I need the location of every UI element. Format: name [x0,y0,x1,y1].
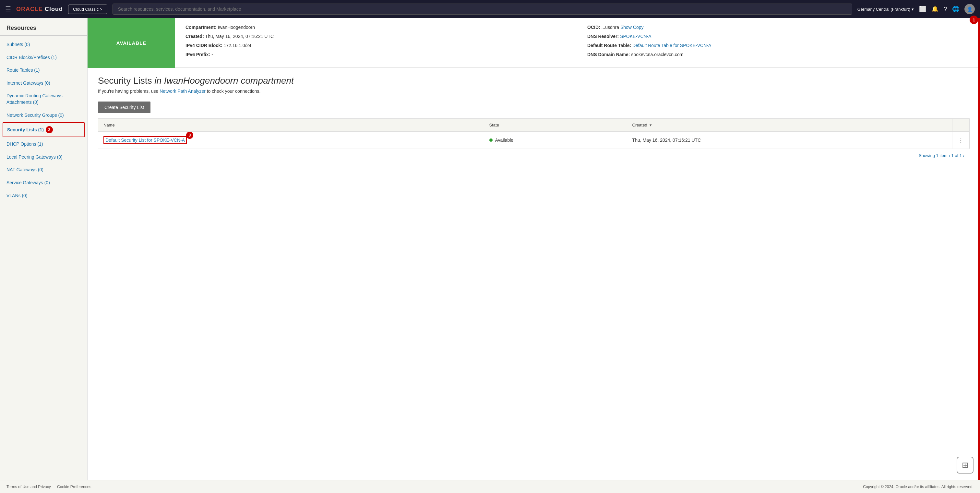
oracle-logo: ORACLE Cloud [16,6,63,13]
display-icon[interactable]: ⬜ [919,5,926,13]
top-navigation: ☰ ORACLE Cloud Cloud Classic > Germany C… [0,0,980,18]
name-badge: 3 [186,132,193,139]
table-header-row: Name State Created ▾ [98,119,970,132]
cloud-classic-button[interactable]: Cloud Classic > [68,5,107,14]
name-cell: Default Security List for SPOKE-VCN-A 3 [98,132,484,149]
section-subtext: If you're having problems, use Network P… [98,89,970,94]
content-area: AVAILABLE Compartment: IwanHoogendoorn C… [88,18,980,480]
globe-icon[interactable]: 🌐 [952,5,959,13]
name-link-wrapper: Default Security List for SPOKE-VCN-A 3 [103,136,187,144]
sidebar-item-local-peering[interactable]: Local Peering Gateways (0) [0,151,87,164]
scroll-indicator-bar [978,18,980,480]
sidebar-item-security-lists[interactable]: Security Lists (1) 2 [3,123,84,137]
col-state: State [484,119,627,132]
created-cell: Thu, May 16, 2024, 07:16:21 UTC [627,132,952,149]
col-name: Name [98,119,484,132]
region-selector[interactable]: Germany Central (Frankfurt) ▾ [858,7,914,12]
terms-link[interactable]: Terms of Use and Privacy [6,485,51,489]
sidebar-item-drg-attachments[interactable]: Dynamic Routing Gateways Attachments (0) [0,89,87,109]
chevron-down-icon: ▾ [912,7,914,12]
sidebar-item-route-tables[interactable]: Route Tables (1) [0,64,87,77]
sidebar-badge: 2 [46,126,53,133]
section-title: Security Lists in IwanHoogendoorn compar… [98,76,970,86]
pagination-row: Showing 1 item ‹ 1 of 1 › [98,149,970,162]
pagination-prev[interactable]: ‹ [949,153,951,158]
compartment-row: Compartment: IwanHoogendoorn [186,25,568,30]
row-actions-menu[interactable]: ⋮ [958,137,964,144]
user-avatar[interactable]: 👤 [964,4,975,14]
created-row: Created: Thu, May 16, 2024, 07:16:21 UTC [186,34,568,39]
help-icon[interactable]: ? [944,6,947,13]
default-route-row: Default Route Table: Default Route Table… [587,43,970,48]
col-actions [953,119,970,132]
footer: Terms of Use and Privacy Cookie Preferen… [0,480,980,493]
actions-cell: ⋮ [953,132,970,149]
default-route-link[interactable]: Default Route Table for SPOKE-VCN-A [632,43,711,48]
available-banner: AVAILABLE [88,18,175,68]
sidebar-title: Resources [0,25,87,36]
sidebar-item-security-lists-wrapper: Security Lists (1) 2 [3,122,84,137]
table-area: Create Security List Name State Created … [88,96,980,172]
available-dot [489,138,493,142]
sidebar: Resources Subnets (0) CIDR Blocks/Prefix… [0,18,88,480]
sidebar-item-internet-gateways[interactable]: Internet Gateways (0) [0,77,87,90]
help-widget-icon: ⊞ [962,461,968,470]
sort-icon[interactable]: ▾ [649,122,652,127]
security-lists-table: Name State Created ▾ Default Security [98,118,970,149]
dns-resolver-row: DNS Resolver: SPOKE-VCN-A [587,34,970,39]
sidebar-item-vlans[interactable]: VLANs (0) [0,189,87,202]
dns-resolver-link[interactable]: SPOKE-VCN-A [620,34,651,39]
sidebar-item-security-lists-label: Security Lists (1) [7,127,44,132]
footer-copyright: Copyright © 2024, Oracle and/or its affi… [863,485,974,489]
section-heading: Security Lists in IwanHoogendoorn compar… [88,68,980,96]
nav-right: Germany Central (Frankfurt) ▾ ⬜ 🔔 ? 🌐 👤 [858,4,975,14]
ipv6-row: IPv6 Prefix: - [186,52,568,57]
state-available: Available [489,138,622,143]
footer-left: Terms of Use and Privacy Cookie Preferen… [6,485,96,489]
sidebar-item-nsg[interactable]: Network Security Groups (0) [0,109,87,122]
pagination-next[interactable]: › [963,153,964,158]
security-list-link[interactable]: Default Security List for SPOKE-VCN-A [103,136,187,144]
info-left: Compartment: IwanHoogendoorn Created: Th… [186,25,568,61]
sidebar-item-subnets[interactable]: Subnets (0) [0,38,87,51]
sidebar-item-dhcp[interactable]: DHCP Options (1) [0,138,87,151]
sidebar-item-cidr[interactable]: CIDR Blocks/Prefixes (1) [0,51,87,64]
bell-icon[interactable]: 🔔 [931,5,939,13]
copy-link[interactable]: Copy [633,25,644,30]
sidebar-item-service-gateways[interactable]: Service Gateways (0) [0,177,87,189]
network-path-link[interactable]: Network Path Analyzer [159,89,205,94]
hamburger-menu[interactable]: ☰ [5,5,11,13]
state-cell: Available [484,132,627,149]
sidebar-item-nat[interactable]: NAT Gateways (0) [0,164,87,177]
ocid-row: OCID: ...usdnra Show Copy [587,25,970,30]
main-wrapper: Resources Subnets (0) CIDR Blocks/Prefix… [0,18,980,480]
create-security-list-button[interactable]: Create Security List [98,102,151,113]
dns-domain-row: DNS Domain Name: spokevcna.oraclevcn.com [587,52,970,57]
col-created: Created ▾ [627,119,952,132]
ipv4-row: IPv4 CIDR Block: 172.16.1.0/24 [186,43,568,48]
cookie-link[interactable]: Cookie Preferences [57,485,91,489]
info-right: OCID: ...usdnra Show Copy DNS Resolver: … [587,25,970,61]
search-input[interactable] [113,3,852,14]
top-section: AVAILABLE Compartment: IwanHoogendoorn C… [88,18,980,68]
top-badge: 1 [970,16,978,24]
show-link[interactable]: Show [620,25,632,30]
help-widget[interactable]: ⊞ [957,457,974,474]
info-panel: Compartment: IwanHoogendoorn Created: Th… [175,18,980,68]
table-row: Default Security List for SPOKE-VCN-A 3 … [98,132,970,149]
